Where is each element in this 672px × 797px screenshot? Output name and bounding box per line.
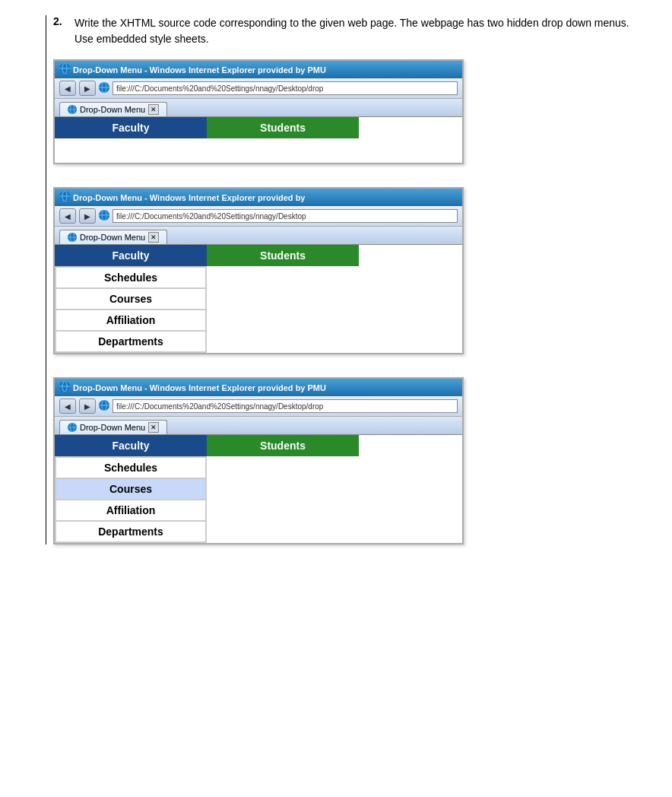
address-bar-1[interactable]: file:///C:/Documents%20and%20Settings/nn…: [113, 81, 458, 95]
students-menu-2[interactable]: Students: [207, 245, 359, 266]
browser-window-1: Drop-Down Menu - Windows Internet Explor…: [53, 59, 464, 164]
nav-bar-1: ◀ ▶ file:///C:/Documents%20and%20Setting…: [55, 78, 462, 99]
ie-icon-1: [59, 63, 70, 76]
faculty-column-2: Faculty Schedules Courses Affiliation De…: [55, 245, 207, 353]
tab-close-3[interactable]: ✕: [148, 422, 159, 433]
dropdown-item-departments-3[interactable]: Departments: [55, 521, 206, 542]
title-bar-2: Drop-Down Menu - Windows Internet Explor…: [55, 189, 462, 206]
nav-bar-2: ◀ ▶ file:///C:/Documents%20and%20Setting…: [55, 206, 462, 227]
menu-bar-1: Faculty Students: [55, 117, 462, 138]
address-text-1: file:///C:/Documents%20and%20Settings/nn…: [116, 84, 323, 93]
browser-tab-2[interactable]: Drop-Down Menu ✕: [59, 230, 167, 244]
dropdown-item-courses-2[interactable]: Courses: [55, 288, 206, 310]
tab-label-3: Drop-Down Menu: [80, 423, 145, 432]
browser-tab-1[interactable]: Drop-Down Menu ✕: [59, 102, 167, 116]
dropdown-item-affiliation-2[interactable]: Affiliation: [55, 310, 206, 331]
dropdown-item-schedules-3[interactable]: Schedules: [55, 457, 206, 478]
browser-window-2: Drop-Down Menu - Windows Internet Explor…: [53, 187, 464, 354]
menu-bar-2: Faculty Schedules Courses Affiliation De…: [55, 245, 462, 353]
title-bar-text-1: Drop-Down Menu - Windows Internet Explor…: [73, 65, 326, 75]
nav-bar-3: ◀ ▶ file:///C:/Documents%20and%20Setting…: [55, 396, 462, 417]
title-bar-3: Drop-Down Menu - Windows Internet Explor…: [55, 379, 462, 396]
faculty-menu-2[interactable]: Faculty: [55, 245, 207, 266]
address-icon-1: [99, 82, 109, 94]
students-menu-3[interactable]: Students: [207, 435, 359, 456]
browser-content-2: Faculty Schedules Courses Affiliation De…: [55, 245, 462, 353]
forward-button-1[interactable]: ▶: [79, 81, 96, 96]
forward-button-2[interactable]: ▶: [79, 208, 96, 224]
question-text: Write the XHTML source code correspondin…: [74, 15, 649, 47]
question-number: 2.: [53, 15, 68, 47]
dropdown-item-affiliation-3[interactable]: Affiliation: [55, 500, 206, 521]
browser-tab-3[interactable]: Drop-Down Menu ✕: [59, 420, 167, 434]
faculty-dropdown-3: Schedules Courses Affiliation Department…: [55, 456, 207, 543]
dropdown-item-departments-2[interactable]: Departments: [55, 331, 206, 352]
tab-bar-1: Drop-Down Menu ✕: [55, 99, 462, 117]
tab-close-1[interactable]: ✕: [148, 104, 159, 115]
address-bar-2[interactable]: file:///C:/Documents%20and%20Settings/nn…: [113, 209, 458, 223]
tab-bar-2: Drop-Down Menu ✕: [55, 227, 462, 245]
faculty-dropdown-2: Schedules Courses Affiliation Department…: [55, 266, 207, 353]
forward-button-3[interactable]: ▶: [79, 398, 96, 414]
browser-content-3: Faculty Schedules Courses Affiliation De…: [55, 435, 462, 543]
dropdown-item-courses-3[interactable]: Courses: [55, 478, 206, 500]
back-button-1[interactable]: ◀: [59, 81, 76, 96]
address-icon-3: [99, 400, 109, 413]
address-icon-2: [99, 210, 109, 223]
address-bar-3[interactable]: file:///C:/Documents%20and%20Settings/nn…: [113, 399, 458, 413]
tab-close-2[interactable]: ✕: [148, 232, 159, 243]
menu-bar-3: Faculty Schedules Courses Affiliation De…: [55, 435, 462, 543]
address-text-3: file:///C:/Documents%20and%20Settings/nn…: [116, 402, 323, 411]
ie-icon-2: [59, 191, 70, 204]
students-menu-1[interactable]: Students: [207, 117, 359, 138]
back-button-3[interactable]: ◀: [59, 398, 76, 414]
faculty-column-3: Faculty Schedules Courses Affiliation De…: [55, 435, 207, 543]
browser-window-3: Drop-Down Menu - Windows Internet Explor…: [53, 377, 464, 545]
title-bar-1: Drop-Down Menu - Windows Internet Explor…: [55, 61, 462, 78]
address-text-2: file:///C:/Documents%20and%20Settings/nn…: [116, 212, 306, 221]
tab-bar-3: Drop-Down Menu ✕: [55, 417, 462, 435]
faculty-menu-3[interactable]: Faculty: [55, 435, 207, 456]
tab-label-1: Drop-Down Menu: [80, 105, 145, 114]
title-bar-text-2: Drop-Down Menu - Windows Internet Explor…: [73, 193, 305, 202]
tab-label-2: Drop-Down Menu: [80, 233, 145, 242]
faculty-menu-1[interactable]: Faculty: [55, 117, 207, 138]
back-button-2[interactable]: ◀: [59, 208, 76, 224]
ie-icon-3: [59, 381, 70, 394]
title-bar-text-3: Drop-Down Menu - Windows Internet Explor…: [73, 383, 326, 392]
browser-content-1: Faculty Students: [55, 117, 462, 163]
dropdown-item-schedules-2[interactable]: Schedules: [55, 267, 206, 288]
